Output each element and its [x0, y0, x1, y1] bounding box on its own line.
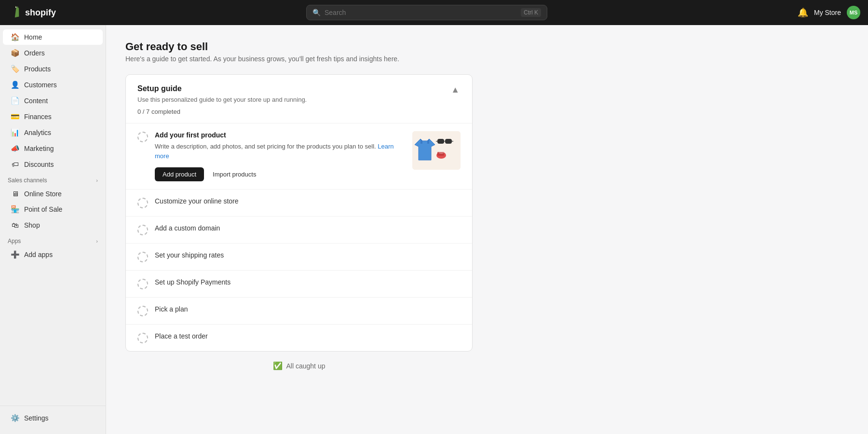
task-content-add-domain: Add a custom domain — [155, 224, 461, 232]
store-name: My Store — [814, 9, 841, 16]
all-caught-up: ✅ All caught up — [125, 352, 473, 380]
task-title-test-order: Place a test order — [155, 332, 461, 340]
avatar[interactable]: MS — [847, 6, 860, 19]
home-icon: 🏠 — [11, 33, 19, 41]
sidebar-item-marketing[interactable]: 📣Marketing — [3, 141, 103, 156]
main-content: Get ready to sell Here's a guide to get … — [106, 25, 868, 434]
task-title-add-domain: Add a custom domain — [155, 224, 461, 232]
bell-icon[interactable]: 🔔 — [798, 7, 808, 18]
svg-rect-4 — [437, 139, 444, 144]
task-content-shopify-payments: Set up Shopify Payments — [155, 278, 461, 286]
import-products-button[interactable]: Import products — [209, 167, 260, 181]
svg-rect-5 — [445, 139, 452, 144]
task-learn-more-add-first-product[interactable]: Learn more — [155, 143, 394, 160]
sidebar-label-customers: Customers — [24, 81, 57, 89]
setup-guide-card: Setup guide Use this personalized guide … — [125, 74, 473, 352]
sidebar-label-content: Content — [24, 97, 48, 105]
all-caught-up-text: All caught up — [286, 362, 326, 370]
setup-progress: 0 / 7 completed — [137, 108, 307, 115]
content-icon: 📄 — [11, 96, 19, 105]
sidebar-item-finances[interactable]: 💳Finances — [3, 109, 103, 124]
task-circle-shipping-rates — [137, 252, 148, 262]
sidebar-label-marketing: Marketing — [24, 145, 54, 152]
setup-guide-info: Setup guide Use this personalized guide … — [137, 84, 307, 115]
task-item-shopify-payments[interactable]: Set up Shopify Payments — [126, 271, 472, 298]
setup-guide-description: Use this personalized guide to get your … — [137, 96, 307, 103]
sidebar-item-point-of-sale[interactable]: 🏪Point of Sale — [3, 202, 103, 217]
setup-card-header: Setup guide Use this personalized guide … — [126, 75, 472, 123]
task-circle-shopify-payments — [137, 279, 148, 289]
sidebar-item-online-store[interactable]: 🖥Online Store — [3, 186, 103, 201]
caught-up-icon: ✅ — [273, 361, 283, 370]
shopify-logo[interactable]: shopify — [8, 6, 56, 19]
setup-guide-title: Setup guide — [137, 84, 307, 93]
search-shortcut: Ctrl K — [521, 8, 541, 17]
task-item-customize-store[interactable]: Customize your online store — [126, 190, 472, 217]
task-content-shipping-rates: Set your shipping rates — [155, 251, 461, 259]
sidebar-label-shop: Shop — [24, 221, 40, 229]
sidebar-item-orders[interactable]: 📦Orders — [3, 45, 103, 61]
task-circle-test-order — [137, 333, 148, 343]
sidebar-item-shop[interactable]: 🛍Shop — [3, 217, 103, 232]
task-content-add-first-product: Add your first product Write a descripti… — [155, 131, 406, 181]
app-body: 🏠Home📦Orders🏷️Products👤Customers📄Content… — [0, 25, 868, 434]
search-container: 🔍 Ctrl K — [306, 5, 547, 20]
task-title-customize-store: Customize your online store — [155, 197, 461, 205]
add-apps-icon: ➕ — [11, 250, 19, 259]
sidebar-label-products: Products — [24, 65, 51, 73]
orders-icon: 📦 — [11, 49, 19, 57]
products-icon: 🏷️ — [11, 65, 19, 73]
svg-point-11 — [438, 151, 444, 154]
sales-channels-label: Sales channels — [8, 177, 47, 184]
sidebar: 🏠Home📦Orders🏷️Products👤Customers📄Content… — [0, 25, 106, 434]
sidebar-label-point-of-sale: Point of Sale — [24, 205, 62, 213]
sidebar-item-products[interactable]: 🏷️Products — [3, 61, 103, 77]
completed-label: completed — [151, 108, 180, 115]
sidebar-item-add-apps[interactable]: ➕Add apps — [3, 247, 103, 262]
search-input[interactable] — [325, 9, 517, 16]
task-item-add-first-product[interactable]: Add your first product Write a descripti… — [126, 123, 472, 190]
online-store-icon: 🖥 — [11, 190, 19, 198]
page-title: Get ready to sell — [125, 41, 849, 53]
task-title-add-first-product: Add your first product — [155, 131, 406, 139]
task-desc-add-first-product: Write a description, add photos, and set… — [155, 142, 406, 161]
collapse-button[interactable]: ▲ — [450, 84, 461, 95]
sidebar-label-finances: Finances — [24, 113, 52, 121]
page-subtitle: Here's a guide to get started. As your b… — [125, 55, 849, 63]
search-box[interactable]: 🔍 Ctrl K — [306, 5, 547, 20]
apps-chevron[interactable]: › — [96, 238, 98, 244]
search-icon: 🔍 — [312, 9, 321, 16]
sidebar-label-discounts: Discounts — [24, 161, 54, 168]
task-circle-customize-store — [137, 198, 148, 208]
logo-text: shopify — [25, 8, 56, 18]
task-item-test-order[interactable]: Place a test order — [126, 325, 472, 351]
sidebar-label-orders: Orders — [24, 49, 45, 57]
analytics-icon: 📊 — [11, 128, 19, 137]
top-navigation: shopify 🔍 Ctrl K 🔔 My Store MS — [0, 0, 868, 25]
sidebar-bottom: ⚙️Settings — [0, 406, 106, 430]
sidebar-item-settings[interactable]: ⚙️Settings — [3, 410, 103, 426]
sidebar-item-home[interactable]: 🏠Home — [3, 29, 103, 45]
sidebar-item-analytics[interactable]: 📊Analytics — [3, 125, 103, 140]
sidebar-label-add-apps: Add apps — [24, 251, 53, 258]
task-title-shipping-rates: Set your shipping rates — [155, 251, 461, 259]
settings-icon: ⚙️ — [11, 414, 19, 422]
sidebar-item-content[interactable]: 📄Content — [3, 93, 103, 108]
add-product-button[interactable]: Add product — [155, 167, 204, 181]
sales-channels-chevron[interactable]: › — [96, 177, 98, 183]
task-content-pick-plan: Pick a plan — [155, 305, 461, 313]
discounts-icon: 🏷 — [11, 160, 19, 168]
sidebar-item-discounts[interactable]: 🏷Discounts — [3, 157, 103, 172]
sidebar-item-customers[interactable]: 👤Customers — [3, 77, 103, 93]
apps-label: Apps — [8, 238, 21, 244]
point-of-sale-icon: 🏪 — [11, 205, 19, 214]
task-title-shopify-payments: Set up Shopify Payments — [155, 278, 461, 286]
sidebar-label-home: Home — [24, 33, 42, 41]
apps-section: Apps › — [0, 233, 106, 246]
finances-icon: 💳 — [11, 112, 19, 121]
task-item-pick-plan[interactable]: Pick a plan — [126, 298, 472, 325]
task-item-shipping-rates[interactable]: Set your shipping rates — [126, 244, 472, 271]
task-item-add-domain[interactable]: Add a custom domain — [126, 217, 472, 244]
task-circle-add-domain — [137, 225, 148, 235]
task-image-add-first-product — [412, 131, 461, 170]
